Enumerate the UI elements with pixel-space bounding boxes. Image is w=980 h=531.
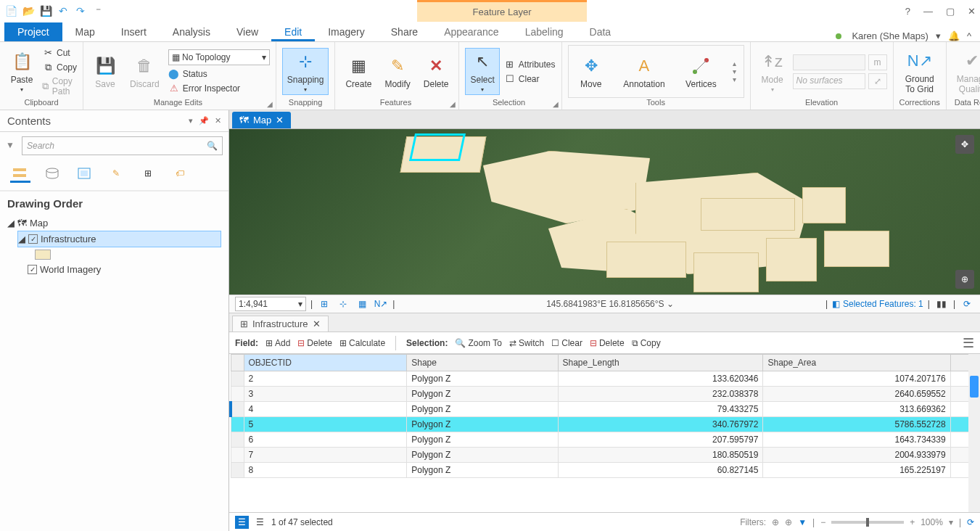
- paste-button[interactable]: 📋Paste▾: [6, 49, 38, 94]
- zoom-level[interactable]: 100%: [921, 517, 943, 527]
- table-row[interactable]: 6Polygon Z207.5957971643.734339: [231, 432, 980, 448]
- surfaces-combo[interactable]: No surfaces: [793, 73, 865, 89]
- qat-customize-icon[interactable]: ⁼: [91, 4, 104, 17]
- redo-icon[interactable]: ↷: [74, 4, 87, 17]
- tab-share[interactable]: Share: [378, 22, 431, 41]
- toc-layer-world-imagery[interactable]: ✓World Imagery: [17, 262, 221, 277]
- tab-edit[interactable]: Edit: [271, 22, 315, 41]
- close-tab-icon[interactable]: ✕: [313, 318, 321, 329]
- map-view[interactable]: ✥ ⊕: [229, 129, 980, 295]
- toc-symbol[interactable]: [7, 247, 221, 262]
- list-drawing-order-icon[interactable]: [10, 164, 30, 183]
- zoom-to-button[interactable]: 🔍Zoom To: [455, 338, 501, 348]
- tab-view[interactable]: View: [223, 22, 271, 41]
- navigator-icon[interactable]: ⊕: [955, 270, 974, 289]
- clear-selection-button[interactable]: ☐Clear: [504, 73, 556, 85]
- coordinates-display[interactable]: 145.6841983°E 16.8185656°S ⌄: [399, 299, 821, 309]
- move-button[interactable]: ✥Move: [575, 53, 607, 91]
- copy-button[interactable]: ⧉Copy: [42, 62, 77, 73]
- clear-button[interactable]: ☐Clear: [551, 338, 582, 348]
- minimize-icon[interactable]: —: [923, 6, 933, 17]
- table-row[interactable]: 8Polygon Z60.827145165.225197: [231, 463, 980, 478]
- explore-icon[interactable]: ✥: [955, 135, 974, 154]
- calculate-button[interactable]: ⊞Calculate: [339, 338, 385, 348]
- dynamic-icon[interactable]: N↗: [374, 297, 388, 311]
- attribute-grid[interactable]: OBJECTIDShapeShape_LengthShape_Area2Poly…: [229, 354, 980, 512]
- user-name[interactable]: Karen (She Maps): [852, 30, 928, 41]
- map-view-tab[interactable]: 🗺Map✕: [232, 112, 291, 128]
- close-pane-icon[interactable]: ✕: [215, 116, 221, 125]
- scroll-up-icon[interactable]: ▴: [733, 59, 736, 67]
- chevron-down-icon[interactable]: ⌄: [667, 299, 674, 309]
- delete-button[interactable]: ✕Delete: [419, 53, 453, 91]
- close-tab-icon[interactable]: ✕: [276, 115, 284, 125]
- zoom-out-icon[interactable]: −: [820, 517, 825, 527]
- mode-button[interactable]: ↟zMode▾: [757, 49, 788, 94]
- toc-layer-infrastructure[interactable]: ◢✓Infrastructure: [17, 231, 221, 247]
- save-edits-button[interactable]: 💾Save: [89, 53, 121, 91]
- menu-icon[interactable]: ☰: [963, 335, 974, 351]
- tab-appearance[interactable]: Appearance: [431, 22, 512, 41]
- chevron-down-icon[interactable]: ▾: [936, 30, 941, 41]
- pin-icon[interactable]: 📌: [199, 116, 209, 125]
- ground-to-grid-button[interactable]: N↗Ground To Grid: [901, 48, 939, 96]
- help-icon[interactable]: ?: [905, 6, 910, 17]
- tab-map[interactable]: Map: [62, 22, 108, 41]
- show-selected-icon[interactable]: ☰: [256, 517, 264, 527]
- switch-button[interactable]: ⇄Switch: [509, 338, 544, 348]
- toc-map-node[interactable]: ◢🗺Map: [7, 215, 221, 231]
- tab-labeling[interactable]: Labeling: [512, 22, 577, 41]
- search-input[interactable]: Search🔍: [22, 136, 223, 155]
- tab-data[interactable]: Data: [577, 22, 625, 41]
- table-row[interactable]: 2Polygon Z133.6203461074.207176: [231, 371, 980, 387]
- filter-icon[interactable]: ▼: [6, 140, 17, 152]
- vertical-scrollbar[interactable]: [968, 354, 980, 512]
- selection-launcher-icon[interactable]: ◢: [553, 100, 559, 108]
- scale-combo[interactable]: 1:4,941▾: [235, 297, 306, 311]
- grid-icon[interactable]: ▦: [355, 297, 369, 311]
- scroll-down-icon[interactable]: ▾: [733, 67, 736, 75]
- filter-range-icon[interactable]: ▼: [798, 517, 807, 527]
- filter-extent-icon[interactable]: ⊕: [772, 517, 779, 527]
- ribbon-collapse-icon[interactable]: ^: [967, 30, 971, 41]
- list-labeling-icon[interactable]: 🏷: [170, 164, 190, 183]
- delete-selection-button[interactable]: ⊟Delete: [590, 338, 625, 348]
- get-z-icon[interactable]: ⤢: [868, 73, 887, 89]
- add-field-button[interactable]: ⊞Add: [265, 338, 290, 348]
- save-project-icon[interactable]: 💾: [39, 4, 52, 17]
- zoom-in-icon[interactable]: +: [910, 517, 915, 527]
- maximize-icon[interactable]: ▢: [946, 6, 955, 17]
- pause-icon[interactable]: ▮▮: [934, 297, 949, 311]
- copy-path-button[interactable]: ⧉Copy Path: [42, 76, 77, 96]
- new-project-icon[interactable]: 📄: [4, 4, 17, 17]
- discard-button[interactable]: 🗑Discard: [125, 53, 164, 91]
- attribute-table-tab[interactable]: ⊞Infrastructure✕: [232, 316, 329, 332]
- list-selection-icon[interactable]: [74, 164, 94, 183]
- status-button[interactable]: ⬤Status: [168, 68, 270, 80]
- filter-time-icon[interactable]: ⊕: [785, 517, 792, 527]
- snapping-button[interactable]: ⊹Snapping▾: [282, 48, 329, 95]
- open-project-icon[interactable]: 📂: [22, 4, 35, 17]
- delete-field-button[interactable]: ⊟Delete: [297, 338, 332, 348]
- tab-analysis[interactable]: Analysis: [160, 22, 223, 41]
- collapse-icon[interactable]: ◢: [7, 218, 15, 229]
- tab-insert[interactable]: Insert: [108, 22, 160, 41]
- tab-imagery[interactable]: Imagery: [315, 22, 378, 41]
- show-all-icon[interactable]: ☰: [235, 516, 249, 529]
- auto-hide-icon[interactable]: ▾: [189, 116, 193, 125]
- refresh-table-icon[interactable]: ⟳: [967, 517, 974, 527]
- constraint-icon[interactable]: ⊞: [317, 297, 332, 311]
- checkbox-icon[interactable]: ✓: [28, 234, 38, 244]
- annotation-button[interactable]: AAnnotation: [619, 53, 669, 91]
- cut-button[interactable]: ✂Cut: [42, 47, 77, 59]
- notifications-icon[interactable]: 🔔: [948, 30, 960, 41]
- modify-button[interactable]: ✎Modify: [380, 53, 414, 91]
- attributes-button[interactable]: ⊞Attributes: [504, 59, 556, 70]
- gallery-expand-icon[interactable]: ▾: [733, 75, 736, 83]
- vertices-button[interactable]: Vertices: [681, 53, 721, 91]
- column-header[interactable]: Shape: [407, 355, 558, 371]
- features-launcher-icon[interactable]: ◢: [450, 100, 456, 108]
- table-row[interactable]: 5Polygon Z340.7679725786.552728: [231, 417, 980, 432]
- list-source-icon[interactable]: [42, 164, 62, 183]
- table-row[interactable]: 4Polygon Z79.433275313.669362: [231, 402, 980, 417]
